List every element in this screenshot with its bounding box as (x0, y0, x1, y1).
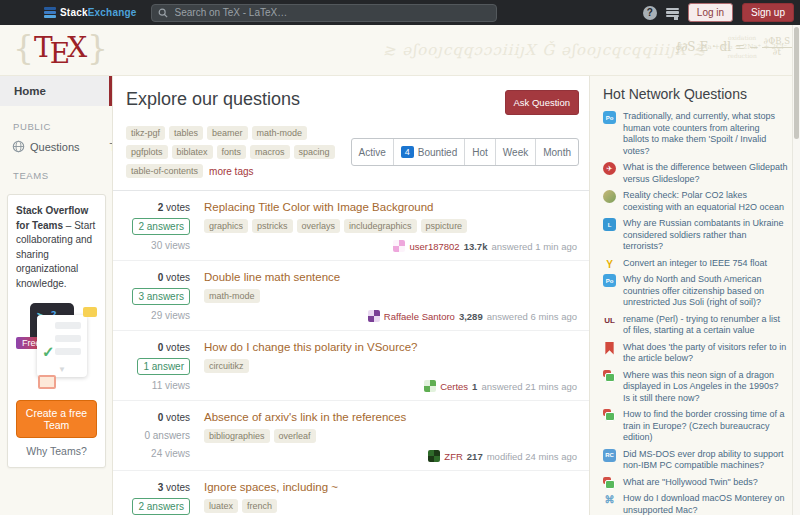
tag-pill-biblatex[interactable]: biblatex (172, 145, 213, 159)
hot-question-link[interactable]: Convert an integer to IEEE 754 float (623, 258, 788, 270)
tab-hot[interactable]: Hot (464, 139, 495, 165)
question-title-link[interactable]: Replacing Title Color with Image Backgro… (204, 201, 577, 213)
tag-pill-french[interactable]: french (242, 499, 277, 513)
question-row: 3 votes2 answers39 viewsIgnore spaces, i… (113, 471, 589, 515)
tag-pill-pspicture[interactable]: pspicture (421, 219, 468, 233)
answer-count: 1 answer (137, 358, 190, 375)
search-input[interactable] (173, 6, 490, 19)
tag-pill-circuitikz[interactable]: circuitikz (204, 359, 249, 373)
tag-pill-bibliographies[interactable]: bibliographies (204, 429, 270, 443)
sidebar-item-questions[interactable]: Questions (0, 135, 80, 159)
hot-question-link[interactable]: What are "Hollywood Twin" beds? (623, 477, 788, 489)
hot-question-link[interactable]: Did MS-DOS ever drop ability to support … (623, 449, 788, 472)
hot-question-link[interactable]: rename (Perl) - trying to renumber a lis… (623, 314, 788, 337)
tag-pill-includegraphics[interactable]: includegraphics (344, 219, 417, 233)
user-reputation: 3,289 (459, 311, 483, 322)
hot-question-link[interactable]: How do I download macOS Monterey on unsu… (623, 493, 788, 515)
hot-question-item: ⌘How do I download macOS Monterey on uns… (603, 493, 788, 515)
tab-active[interactable]: Active (352, 139, 393, 165)
tag-pill-overleaf[interactable]: overleaf (274, 429, 316, 443)
site-switcher-icon[interactable] (666, 8, 679, 18)
question-user: Certes1answered 21 mins ago (424, 373, 577, 392)
hot-question-item: What are "Hollywood Twin" beds? (603, 477, 788, 489)
vote-count: 0 votes (158, 412, 190, 423)
answer-count: 0 answers (144, 428, 190, 443)
tag-pill-table-of-contents[interactable]: table-of-contents (126, 164, 203, 178)
tex-site-logo[interactable]: {TEX} (13, 28, 108, 67)
more-tags-link[interactable]: more tags (209, 166, 253, 177)
tag-pill-overlays[interactable]: overlays (297, 219, 341, 233)
tag-pill-luatex[interactable]: luatex (204, 499, 238, 513)
travel-icon (603, 409, 616, 422)
tag-pill-spacing[interactable]: spacing (294, 145, 335, 159)
question-user: user18780213.7kanswered 1 min ago (393, 233, 577, 252)
tag-pill-tikz-pgf[interactable]: tikz-pgf (126, 126, 165, 140)
view-count: 30 views (151, 240, 190, 251)
question-summary: How do I change this polarity in VSource… (204, 340, 577, 392)
login-button[interactable]: Log in (688, 3, 733, 22)
tag-pill-math-mode[interactable]: math-mode (204, 289, 260, 303)
tag-pill-tables[interactable]: tables (169, 126, 203, 140)
retrocomputing-icon: RC (603, 449, 616, 462)
apple-command-icon: ⌘ (603, 493, 616, 506)
tag-pill-beamer[interactable]: beamer (207, 126, 248, 140)
why-teams-link[interactable]: Why Teams? (16, 445, 97, 459)
ask-question-button[interactable]: Ask Question (505, 90, 580, 115)
decorative-integral-formula: ∮∂S E · dl = − ∂ΦB,S∂t (675, 37, 792, 58)
answer-count: 2 answers (132, 218, 190, 235)
user-name-link[interactable]: user187802 (409, 241, 459, 252)
hot-question-link[interactable]: Reality check: Polar CO2 lakes coexistin… (623, 190, 788, 213)
hot-question-link[interactable]: Why do North and South American countrie… (623, 274, 788, 309)
hot-question-link[interactable]: Why are Russian combatants in Ukraine co… (623, 218, 788, 253)
question-title-link[interactable]: Absence of arxiv's link in the reference… (204, 411, 577, 423)
help-icon[interactable]: ? (643, 6, 657, 20)
hot-network-questions-title: Hot Network Questions (603, 86, 788, 102)
question-title-link[interactable]: Ignore spaces, including ~ (204, 481, 577, 493)
user-name-link[interactable]: Certes (440, 381, 468, 392)
scrollbar[interactable] (792, 25, 800, 515)
tab-month[interactable]: Month (535, 139, 578, 165)
tag-pill-graphics[interactable]: graphics (204, 219, 248, 233)
sidebar-item-home[interactable]: Home (0, 76, 112, 106)
activity-time: answered 6 mins ago (487, 311, 577, 322)
search-icon (158, 8, 168, 18)
question-summary: Double line math sentencemath-modeRaffae… (204, 270, 577, 322)
scrollbar-thumb[interactable] (794, 27, 799, 139)
hot-question-item: Where was this neon sign of a dragon dis… (603, 370, 788, 405)
create-team-button[interactable]: Create a free Team (16, 400, 97, 438)
checkmark-icon: ✓ (42, 343, 55, 361)
logo-brace: { (13, 28, 34, 67)
signup-button[interactable]: Sign up (742, 3, 794, 22)
tag-pill-fonts[interactable]: fonts (217, 145, 247, 159)
tab-week[interactable]: Week (495, 139, 535, 165)
question-row: 0 votes0 answers24 viewsAbsence of arxiv… (113, 401, 589, 471)
stackexchange-logo[interactable]: StackExchange (44, 7, 137, 18)
tag-pill-pstricks[interactable]: pstricks (252, 219, 293, 233)
bounty-count-badge: 4 (401, 146, 414, 158)
question-tags: graphicspstricksoverlaysincludegraphicsp… (204, 219, 577, 233)
hot-question-link[interactable]: What is the difference between Glidepath… (623, 162, 788, 185)
hot-question-link[interactable]: Where was this neon sign of a dragon dis… (623, 370, 788, 405)
hot-question-link[interactable]: What does 'the party of visitors refer t… (623, 342, 788, 365)
tag-pill-macros[interactable]: macros (250, 145, 290, 159)
question-title-link[interactable]: Double line math sentence (204, 271, 577, 283)
tab-label: Week (503, 147, 528, 158)
hot-question-link[interactable]: Traditionally, and currently, what stops… (623, 111, 788, 157)
activity-time: answered 1 min ago (491, 241, 577, 252)
hot-question-link[interactable]: How to find the border crossing time of … (623, 409, 788, 444)
question-title-link[interactable]: How do I change this polarity in VSource… (204, 341, 577, 353)
tab-bountied[interactable]: 4Bountied (393, 139, 465, 165)
tag-pill-math-mode[interactable]: math-mode (252, 126, 308, 140)
site-header: {TEX} ≳ ǝʃooȷcqqɔɔɔiiiȷX Ǧ ǝʃooȷcqcqqiii… (0, 25, 800, 76)
tab-label: Month (543, 147, 571, 158)
globe-icon (12, 140, 25, 155)
question-list: 2 votes2 answers30 viewsReplacing Title … (113, 191, 589, 515)
tag-pill-pgfplots[interactable]: pgfplots (126, 145, 168, 159)
sidebar-item-tags[interactable]: Tags (80, 135, 113, 159)
user-name-link[interactable]: ZFR (444, 451, 462, 462)
active-item-marker (109, 76, 112, 106)
sidebar-section-teams: TEAMS (0, 155, 112, 186)
search-box[interactable] (151, 4, 497, 22)
sidebar-section-public: PUBLIC (0, 106, 112, 137)
user-name-link[interactable]: Raffaele Santoro (384, 311, 455, 322)
